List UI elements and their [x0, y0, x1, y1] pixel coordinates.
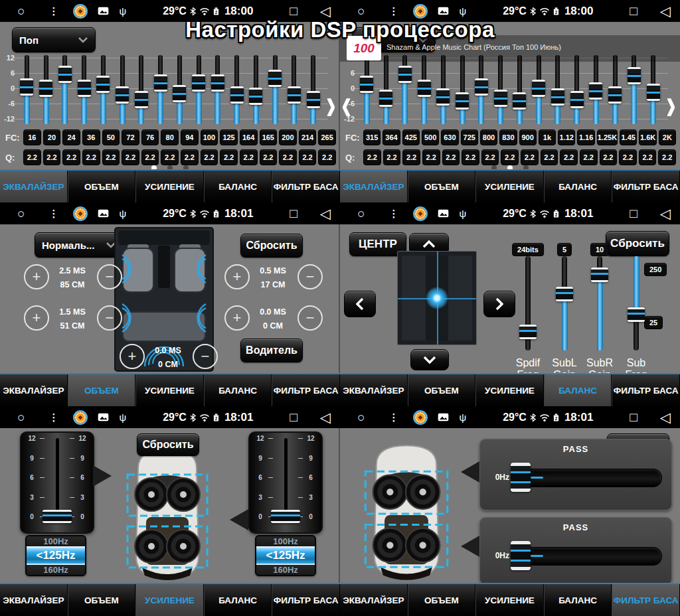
menu-dots-button[interactable]: ⋮ — [48, 412, 58, 424]
tab-bass-filter[interactable]: ФИЛЬТР БАСА — [612, 171, 680, 202]
eq-band-slider[interactable] — [643, 55, 663, 124]
tab-volume[interactable]: ОБЪЕМ — [408, 584, 476, 616]
eq-band-slider[interactable] — [377, 55, 396, 124]
fc-value[interactable]: 425 — [402, 129, 420, 145]
q-value[interactable]: 2.2 — [23, 149, 41, 165]
eq-slider-handle[interactable] — [211, 74, 224, 92]
fc-value[interactable]: 165 — [260, 129, 278, 145]
eq-slider-handle[interactable] — [513, 92, 526, 110]
decrease-button[interactable]: − — [97, 264, 122, 289]
reset-button[interactable]: Сбросить — [240, 234, 303, 258]
fc-value[interactable]: 800 — [480, 129, 497, 145]
freq-option[interactable]: 160Hz — [27, 565, 85, 575]
fc-value[interactable]: 72 — [122, 129, 139, 145]
eq-slider-handle[interactable] — [230, 86, 244, 104]
q-value[interactable]: 2.2 — [541, 149, 558, 165]
eq-slider-handle[interactable] — [475, 78, 488, 96]
filter-freq-slider[interactable] — [520, 547, 662, 566]
fc-value[interactable]: 1.12 — [558, 129, 575, 145]
gain-slider-handle[interactable] — [271, 510, 300, 523]
fc-value[interactable]: 200 — [279, 129, 297, 145]
eq-slider-handle[interactable] — [173, 85, 186, 102]
app-logo-icon[interactable] — [413, 4, 428, 19]
eq-band-slider[interactable] — [625, 55, 644, 124]
fc-value[interactable]: 630 — [441, 129, 458, 145]
eq-band-slider[interactable] — [414, 55, 434, 124]
eq-band-slider[interactable] — [113, 55, 132, 124]
eq-slider-handle[interactable] — [647, 84, 660, 101]
tab-equalizer[interactable]: ЭКВАЛАЙЗЕР — [0, 374, 68, 406]
tab-equalizer[interactable]: ЭКВАЛАЙЗЕР — [0, 584, 68, 616]
eq-slider-handle[interactable] — [249, 88, 262, 105]
eq-band-slider[interactable] — [132, 55, 151, 124]
delay-preset-dropdown[interactable]: Нормаль... — [35, 232, 124, 258]
tab-equalizer[interactable]: ЭКВАЛАЙЗЕР — [340, 584, 408, 616]
eq-band-slider[interactable] — [266, 55, 285, 124]
decrease-button[interactable]: − — [193, 344, 218, 369]
menu-dots-button[interactable]: ⋮ — [388, 5, 398, 17]
tab-volume[interactable]: ОБЪЕМ — [68, 171, 136, 202]
q-value[interactable]: 2.2 — [658, 149, 676, 165]
q-value[interactable]: 2.2 — [82, 149, 100, 165]
tab-gain[interactable]: УСИЛЕНИЕ — [135, 584, 204, 616]
home-button[interactable]: ○ — [357, 411, 365, 424]
eq-slider-handle[interactable] — [39, 80, 52, 97]
eq-band-slider[interactable] — [396, 55, 415, 124]
recents-button[interactable]: □ — [630, 206, 637, 221]
app-logo-icon[interactable] — [73, 4, 88, 19]
eq-slider-handle[interactable] — [192, 74, 205, 92]
increase-button[interactable]: + — [224, 264, 250, 289]
fc-value[interactable]: 1k — [539, 129, 556, 145]
menu-dots-button[interactable]: ⋮ — [48, 5, 58, 17]
fc-value[interactable]: 830 — [499, 129, 517, 145]
decrease-button[interactable]: − — [298, 305, 323, 331]
tab-gain[interactable]: УСИЛЕНИЕ — [135, 171, 204, 202]
tab-gain[interactable]: УСИЛЕНИЕ — [475, 171, 544, 202]
fc-value[interactable]: 36 — [82, 129, 100, 145]
eq-slider-handle[interactable] — [570, 91, 584, 108]
q-value[interactable]: 2.2 — [422, 149, 440, 165]
freq-option[interactable]: <125Hz — [256, 546, 315, 566]
q-value[interactable]: 2.2 — [639, 149, 657, 165]
balance-slider[interactable]: 25025Sub Freq — [616, 243, 656, 384]
increase-button[interactable]: + — [224, 305, 250, 331]
crossover-freq-picker[interactable]: 100Hz<125Hz160Hz — [255, 535, 316, 576]
q-value[interactable]: 2.2 — [383, 149, 401, 165]
eq-band-slider[interactable] — [491, 55, 510, 124]
q-value[interactable]: 2.2 — [141, 149, 159, 165]
tab-volume[interactable]: ОБЪЕМ — [408, 374, 476, 406]
front-gain-slider[interactable]: 121299663300 — [20, 431, 94, 534]
home-button[interactable]: ○ — [357, 5, 365, 17]
eq-band-slider[interactable] — [246, 55, 266, 124]
q-value[interactable]: 2.2 — [240, 149, 258, 165]
q-value[interactable]: 2.2 — [122, 149, 139, 165]
q-value[interactable]: 2.2 — [363, 149, 381, 165]
increase-button[interactable]: + — [24, 305, 49, 331]
slider-handle[interactable] — [591, 268, 608, 282]
back-button[interactable]: ◁ — [660, 3, 671, 19]
tab-volume[interactable]: ОБЪЕМ — [68, 584, 136, 616]
fc-value[interactable]: 2K — [659, 129, 676, 145]
decrease-button[interactable]: − — [298, 264, 323, 289]
eq-slider-handle[interactable] — [379, 90, 392, 107]
eq-band-slider[interactable] — [170, 55, 189, 124]
q-value[interactable]: 2.2 — [260, 149, 278, 165]
menu-dots-button[interactable]: ⋮ — [48, 208, 58, 220]
tab-balance[interactable]: БАЛАНС — [204, 374, 272, 406]
increase-button[interactable]: + — [120, 344, 145, 369]
eq-slider-handle[interactable] — [494, 90, 507, 107]
q-value[interactable]: 2.2 — [501, 149, 519, 165]
reset-button[interactable]: Сбросить — [137, 433, 199, 456]
slider-handle[interactable] — [519, 325, 537, 339]
q-value[interactable]: 2.2 — [600, 149, 618, 165]
tab-gain[interactable]: УСИЛЕНИЕ — [475, 374, 544, 406]
q-value[interactable]: 2.2 — [279, 149, 297, 165]
recents-button[interactable]: □ — [630, 4, 637, 19]
eq-slider-handle[interactable] — [398, 66, 412, 83]
tab-volume[interactable]: ОБЪЕМ — [68, 374, 136, 406]
q-value[interactable]: 2.2 — [62, 149, 80, 165]
tab-balance[interactable]: БАЛАНС — [544, 584, 612, 616]
app-logo-icon[interactable] — [413, 206, 428, 221]
q-value[interactable]: 2.2 — [619, 149, 637, 165]
q-value[interactable]: 2.2 — [521, 149, 539, 165]
